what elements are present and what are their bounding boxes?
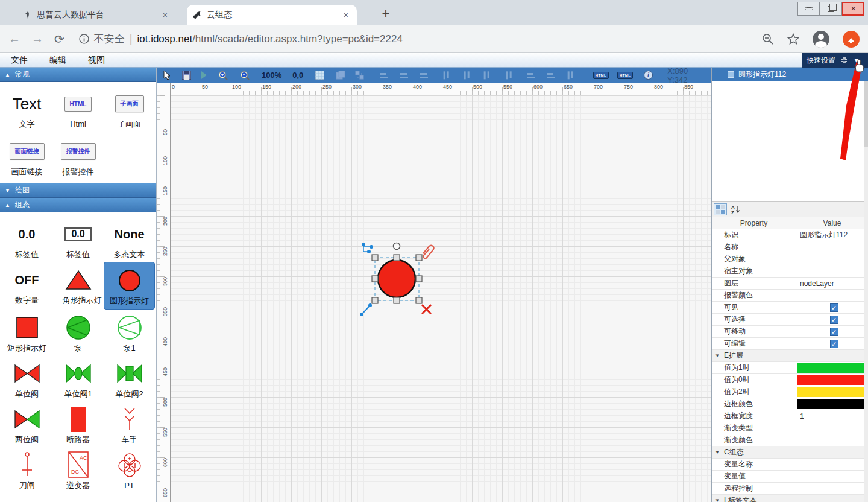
canvas-grid[interactable] <box>171 95 711 502</box>
property-value[interactable] <box>796 471 868 482</box>
align-right-icon[interactable] <box>420 72 428 79</box>
checkbox[interactable]: ✓ <box>830 303 838 312</box>
property-row[interactable]: ▼C组态 <box>712 446 868 459</box>
property-value[interactable] <box>796 265 868 277</box>
property-row[interactable]: 变量名称 <box>712 459 868 471</box>
property-row[interactable]: 值为0时 <box>712 374 868 386</box>
quick-settings-label[interactable]: 快速设置 <box>807 56 835 66</box>
property-row[interactable]: 变量值 <box>712 471 868 483</box>
align-top-icon[interactable] <box>443 71 450 79</box>
palette-item-valve[interactable]: 单位阀 <box>1 355 52 401</box>
property-row[interactable]: 父对象 <box>712 253 868 265</box>
property-value[interactable]: ✓ <box>796 314 868 325</box>
color-swatch[interactable] <box>797 363 867 373</box>
palette-item-knife-switch[interactable]: 刀闸 <box>1 447 52 493</box>
property-value[interactable] <box>796 362 868 373</box>
same-height-icon[interactable] <box>547 72 555 79</box>
circle-lamp-object[interactable] <box>378 260 415 297</box>
align-center-icon[interactable] <box>400 72 408 79</box>
group-collapse-icon[interactable]: ▼ <box>715 498 720 502</box>
group-collapse-icon[interactable]: ▼ <box>715 450 720 455</box>
property-row[interactable]: 渐变颜色 <box>712 434 868 446</box>
zoom-out-icon[interactable] <box>762 33 774 45</box>
property-row[interactable]: 可编辑✓ <box>712 338 868 350</box>
property-row[interactable]: 可移动✓ <box>712 326 868 338</box>
align-middle-icon[interactable] <box>463 71 470 79</box>
palette-item-two-position-valve[interactable]: 两位阀 <box>1 401 52 447</box>
palette-item-label-value-box[interactable]: 0.0 标签值 <box>52 216 104 262</box>
object-tree-selected-item[interactable]: 圆形指示灯112 <box>712 68 868 81</box>
palette-item-inverter[interactable]: ACDC 逆变器 <box>52 447 104 493</box>
property-row[interactable]: ▼L标签文本 <box>712 495 868 502</box>
browser-update-icon[interactable] <box>843 31 860 48</box>
copy-icon[interactable] <box>336 71 345 80</box>
property-value[interactable]: 1 <box>796 410 868 422</box>
reload-icon[interactable]: ⟳ <box>54 32 64 46</box>
palette-item-pump1[interactable]: 泵1 <box>104 310 155 355</box>
menu-view[interactable]: 视图 <box>88 55 105 66</box>
categorized-view-icon[interactable] <box>714 203 727 215</box>
property-row[interactable]: 图层nodeLayer <box>712 278 868 290</box>
sort-az-icon[interactable]: AZ <box>729 203 743 215</box>
menu-file[interactable]: 文件 <box>11 55 28 66</box>
property-value[interactable]: ✓ <box>796 338 868 349</box>
color-swatch[interactable] <box>797 399 867 409</box>
palette-item-circle-lamp[interactable]: 圆形指示灯 <box>104 262 155 309</box>
forward-icon[interactable]: → <box>31 32 43 46</box>
section-header-drawing[interactable]: ▼绘图 <box>0 183 156 198</box>
palette-item-label-value[interactable]: 0.0 标签值 <box>1 216 52 262</box>
property-row[interactable]: 可选择✓ <box>712 314 868 326</box>
section-header-general[interactable]: ▲常规 <box>0 68 156 82</box>
property-value[interactable]: ✓ <box>796 302 868 313</box>
close-button[interactable]: ✕ <box>842 2 864 16</box>
property-value[interactable]: ✓ <box>796 326 868 337</box>
property-value[interactable] <box>796 434 868 446</box>
property-row[interactable]: 值为1时 <box>712 362 868 374</box>
property-row[interactable]: 渐变类型 <box>712 422 868 434</box>
zoom-in-icon[interactable] <box>218 71 228 80</box>
property-value[interactable]: 圆形指示灯112 <box>796 229 868 241</box>
run-icon[interactable] <box>201 71 207 79</box>
group-icon[interactable] <box>355 71 364 80</box>
browser-tab-1[interactable]: 思普云大数据平台 × <box>18 5 176 25</box>
object-tree-empty-area[interactable] <box>712 81 868 202</box>
section-header-scada[interactable]: ▲组态 <box>0 198 156 212</box>
color-swatch[interactable] <box>797 387 867 397</box>
menu-edit[interactable]: 编辑 <box>49 55 66 66</box>
property-row[interactable]: 名称 <box>712 241 868 253</box>
scale-tool-icon[interactable] <box>360 303 371 316</box>
html-preview-icon[interactable]: HTML <box>617 72 633 79</box>
property-value[interactable] <box>796 241 868 253</box>
omnibox[interactable]: 不安全 | iot.idosp.net/html/scada/editor.as… <box>75 32 752 46</box>
palette-item-digital[interactable]: OFF 数字量 <box>1 262 52 309</box>
about-info-icon[interactable]: i <box>644 71 653 80</box>
property-value[interactable] <box>796 459 868 470</box>
property-row[interactable]: 宿主对象 <box>712 265 868 278</box>
property-value[interactable] <box>796 290 868 301</box>
palette-item-multistate-text[interactable]: None 多态文本 <box>104 216 155 262</box>
restore-button[interactable] <box>820 2 842 16</box>
palette-item-rect-lamp[interactable]: 矩形指示灯 <box>1 310 52 355</box>
align-bottom-icon[interactable] <box>483 71 491 79</box>
palette-item-cheshou[interactable]: 车手 <box>104 401 155 447</box>
property-row[interactable]: ▼E扩展 <box>712 350 868 362</box>
property-row[interactable]: 边框颜色 <box>712 398 868 410</box>
checkbox[interactable]: ✓ <box>830 340 838 348</box>
property-row[interactable]: 标识圆形指示灯112 <box>712 229 868 241</box>
grid-toggle-icon[interactable] <box>315 71 324 80</box>
property-row[interactable]: 边框宽度1 <box>712 410 868 422</box>
property-value[interactable] <box>796 253 868 265</box>
inspector-scrollbar-thumb[interactable] <box>864 81 868 147</box>
palette-item-valve1[interactable]: 单位阀1 <box>52 355 104 401</box>
minimize-button[interactable] <box>797 2 820 16</box>
bookmark-star-icon[interactable] <box>787 33 799 45</box>
property-row[interactable]: 报警颜色 <box>712 290 868 302</box>
palette-item-html[interactable]: HTML Html <box>52 86 104 133</box>
property-value[interactable] <box>796 398 868 410</box>
palette-item-breaker[interactable]: 断路器 <box>52 401 104 447</box>
color-swatch[interactable] <box>797 375 867 385</box>
profile-avatar[interactable] <box>813 31 829 48</box>
link-paperclip-icon[interactable] <box>423 246 434 258</box>
property-value[interactable]: nodeLayer <box>796 278 868 289</box>
palette-item-pt[interactable]: PT <box>104 447 155 493</box>
